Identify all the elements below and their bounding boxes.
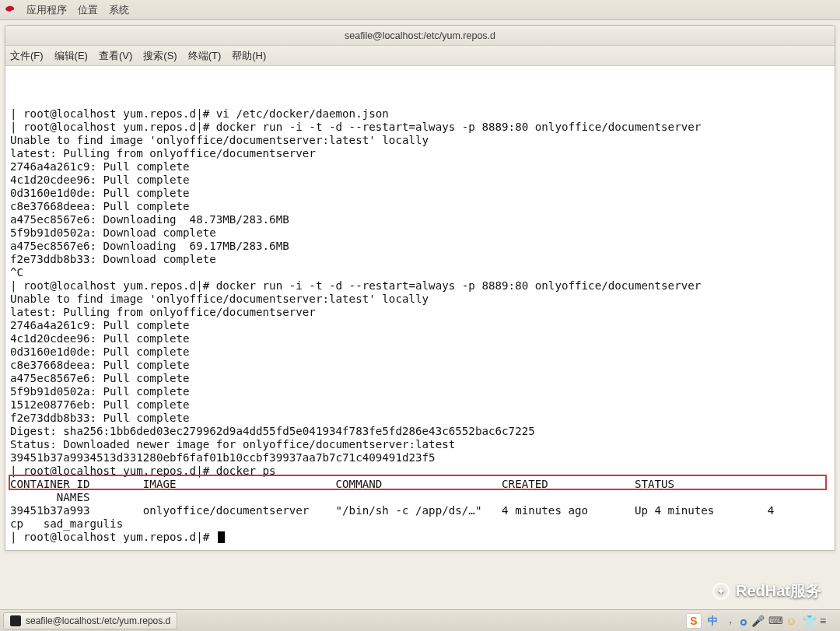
- terminal-line: 39451b37a9934513d331280ebf6faf01b10ccbf3…: [10, 451, 830, 464]
- terminal-line: 4c1d20cdee96: Pull complete: [10, 332, 830, 345]
- terminal-line: 4c1d20cdee96: Pull complete: [10, 174, 830, 187]
- menu-help[interactable]: 帮助(H): [232, 49, 266, 63]
- taskbar-label: seafile@localhost:/etc/yum.repos.d: [26, 615, 170, 626]
- window-title: seafile@localhost:/etc/yum.repos.d: [345, 30, 495, 41]
- terminal-line: | root@localhost yum.repos.d|# vi /etc/d…: [10, 107, 830, 121]
- terminal-line: | root@localhost yum.repos.d|# docker ru…: [10, 279, 830, 293]
- terminal-line: cp sad_margulis: [10, 517, 830, 531]
- terminal-line: 5f9b91d0502a: Pull complete: [10, 385, 830, 398]
- terminal-line: latest: Pulling from onlyoffice/document…: [10, 147, 830, 160]
- ime-voice-icon[interactable]: 🎤: [751, 615, 764, 627]
- terminal-line: NAMES: [10, 491, 830, 504]
- terminal-line: | root@localhost yum.repos.d|# docker ru…: [10, 121, 830, 134]
- terminal-line: 5f9b91d0502a: Download complete: [10, 226, 830, 240]
- terminal-icon: [10, 615, 21, 626]
- terminal-line: ^C: [10, 266, 830, 279]
- terminal-line: | root@localhost yum.repos.d|# docker ps: [10, 464, 830, 478]
- terminal-line: c8e37668deea: Pull complete: [10, 200, 830, 213]
- terminal-line: | root@localhost yum.repos.d|#: [10, 531, 830, 544]
- menu-terminal[interactable]: 终端(T): [188, 49, 222, 63]
- terminal-line: Unable to find image 'onlyoffice/documen…: [10, 134, 830, 147]
- terminal-line: a475ec8567e6: Downloading 69.17MB/283.6M…: [10, 240, 830, 253]
- terminal-line: f2e73ddb8b33: Pull complete: [10, 412, 830, 425]
- terminal-line: latest: Pulling from onlyoffice/document…: [10, 306, 830, 319]
- terminal-window: seafile@localhost:/etc/yum.repos.d 文件(F)…: [5, 25, 835, 551]
- panel-places[interactable]: 位置: [78, 3, 98, 17]
- ime-menu-icon[interactable]: ≡: [820, 615, 832, 627]
- terminal-line: 2746a4a261c9: Pull complete: [10, 319, 830, 332]
- system-tray: S 中 ， 🎤 ⌨ ☺ 👕 ≡: [686, 613, 837, 629]
- menu-edit[interactable]: 编辑(E): [54, 49, 88, 63]
- terminal-line: 1512e08776eb: Pull complete: [10, 398, 830, 412]
- ime-keyboard-icon[interactable]: ⌨: [768, 615, 781, 627]
- gnome-bottom-panel: seafile@localhost:/etc/yum.repos.d S 中 ，…: [0, 609, 840, 631]
- wechat-icon: ✦: [712, 583, 730, 600]
- ime-punct-icon[interactable]: ，: [723, 615, 736, 627]
- ime-skin-icon[interactable]: 👕: [803, 615, 815, 627]
- ime-emoji-icon[interactable]: ☺: [786, 615, 798, 627]
- terminal-line: Digest: sha256:1bb6ded03ec279962d9a4dd55…: [10, 425, 830, 438]
- taskbar-terminal-entry[interactable]: seafile@localhost:/etc/yum.repos.d: [3, 612, 177, 629]
- watermark: ✦ RedHat服务: [712, 580, 821, 601]
- ime-lang-icon[interactable]: 中: [706, 615, 719, 627]
- terminal-line: 2746a4a261c9: Pull complete: [10, 160, 830, 174]
- menu-view[interactable]: 查看(V): [99, 49, 132, 63]
- ime-width-icon[interactable]: [740, 619, 747, 626]
- panel-applications[interactable]: 应用程序: [26, 3, 67, 17]
- terminal-line: f2e73ddb8b33: Download complete: [10, 253, 830, 266]
- terminal-line: a475ec8567e6: Pull complete: [10, 372, 830, 385]
- terminal-line: CONTAINER ID IMAGE COMMAND CREATED STATU…: [10, 478, 830, 491]
- menu-search[interactable]: 搜索(S): [143, 49, 177, 63]
- gnome-top-panel: 应用程序 位置 系统: [0, 0, 840, 20]
- watermark-text: RedHat服务: [736, 580, 821, 601]
- terminal-line: Status: Downloaded newer image for onlyo…: [10, 438, 830, 451]
- terminal-line: 0d3160e1d0de: Pull complete: [10, 187, 830, 200]
- terminal-line: c8e37668deea: Pull complete: [10, 359, 830, 372]
- terminal-line: 0d3160e1d0de: Pull complete: [10, 345, 830, 359]
- redhat-icon: [5, 5, 16, 16]
- window-titlebar[interactable]: seafile@localhost:/etc/yum.repos.d: [5, 26, 835, 46]
- menu-file[interactable]: 文件(F): [10, 49, 44, 63]
- terminal-line: a475ec8567e6: Downloading 48.73MB/283.6M…: [10, 213, 830, 226]
- terminal-line: Unable to find image 'onlyoffice/documen…: [10, 293, 830, 306]
- terminal-cursor: [218, 531, 225, 543]
- sogou-ime-icon[interactable]: S: [686, 613, 702, 629]
- terminal-line: 39451b37a993 onlyoffice/documentserver "…: [10, 504, 830, 517]
- panel-system[interactable]: 系统: [109, 3, 129, 17]
- terminal-content[interactable]: | root@localhost yum.repos.d|# vi /etc/d…: [5, 66, 835, 550]
- terminal-menubar: 文件(F) 编辑(E) 查看(V) 搜索(S) 终端(T) 帮助(H): [5, 46, 835, 66]
